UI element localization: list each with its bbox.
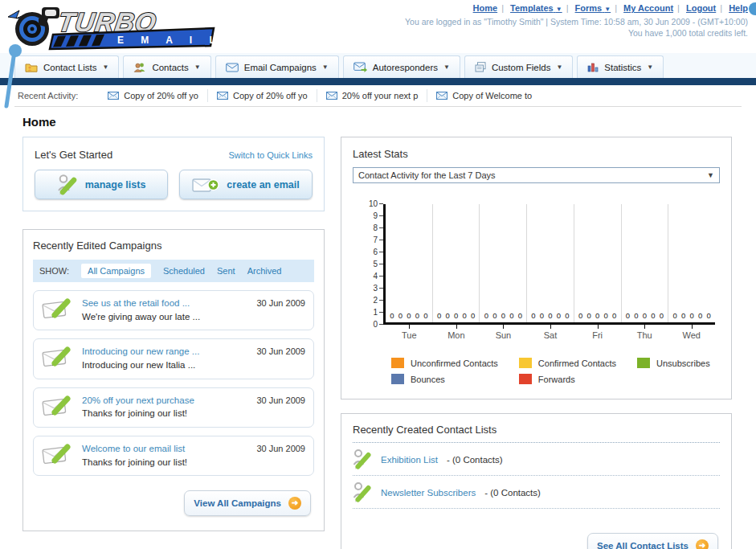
- chart-category-group: 00000: [574, 204, 622, 322]
- get-started-panel: Let's Get Started Switch to Quick Links …: [22, 137, 325, 211]
- legend-swatch: [637, 358, 650, 368]
- app-window: TURBO E M A I L Home| Templates ▼| Forms…: [0, 0, 756, 549]
- campaign-date: 30 Jun 2009: [256, 395, 305, 405]
- contact-list-item[interactable]: Newsletter Subscribers - (0 Contacts): [353, 476, 720, 509]
- page-title: Home: [22, 115, 756, 129]
- link-my-account[interactable]: My Account: [623, 3, 673, 13]
- campaign-subtitle: Introducing our new Italia ...: [82, 358, 248, 372]
- link-templates[interactable]: Templates ▼: [510, 3, 562, 13]
- envelope-icon: [326, 92, 337, 100]
- envelope-edit-icon: [42, 297, 74, 321]
- legend-swatch: [391, 358, 404, 368]
- nav-tab-label: Statistics: [604, 63, 641, 72]
- stats-period-select[interactable]: Contact Activity for the Last 7 Days ▼: [353, 167, 720, 183]
- recent-activity-item[interactable]: Copy of 20% off yo: [208, 89, 317, 102]
- bar-value-labels: 00000: [574, 311, 621, 320]
- nav-tab-label: Autoresponders: [373, 63, 438, 72]
- recent-activity-bar: Recent Activity: Copy of 20% off yo Copy…: [14, 85, 742, 107]
- campaign-item[interactable]: See us at the retail food ... We're givi…: [33, 290, 314, 330]
- campaign-title-link[interactable]: Welcome to our email list: [82, 442, 248, 456]
- separator: |: [501, 3, 504, 13]
- legend-item: Confirmed Contacts: [519, 358, 616, 368]
- arrow-right-icon: ➜: [696, 539, 709, 549]
- credits-info: You have 1,000 total credits left.: [405, 28, 748, 38]
- nav-tab-statistics[interactable]: Statistics ▼: [577, 55, 664, 78]
- nav-tab-label: Email Campaigns: [244, 63, 317, 72]
- recent-activity-item[interactable]: 20% off your next p: [317, 89, 428, 102]
- campaign-title-link[interactable]: Introducing our new range ...: [82, 345, 248, 358]
- nav-tab-custom-fields[interactable]: Custom Fields ▼: [464, 55, 573, 78]
- envelope-edit-icon: [42, 394, 74, 418]
- y-tick-label: 1: [373, 308, 383, 317]
- link-logout[interactable]: Logout: [686, 3, 716, 13]
- show-label: SHOW:: [39, 266, 69, 276]
- chevron-down-icon: ▼: [102, 64, 108, 71]
- contact-list-link[interactable]: Newsletter Subscribers: [381, 488, 476, 498]
- x-tick-label: Thu: [621, 325, 668, 340]
- envelope-edit-icon: [42, 442, 74, 466]
- get-started-title: Let's Get Started: [35, 149, 112, 161]
- recent-activity-item[interactable]: Copy of Welcome to: [427, 89, 541, 102]
- legend-item: Unsubscribes: [637, 358, 710, 368]
- nav-tab-email-campaigns[interactable]: Email Campaigns ▼: [215, 55, 339, 78]
- switch-quick-links[interactable]: Switch to Quick Links: [228, 150, 313, 160]
- arrow-right-icon: ➜: [288, 497, 301, 510]
- contact-list-item[interactable]: Exhibition List - (0 Contacts): [353, 443, 720, 476]
- campaign-subtitle: We're giving away our late ...: [82, 310, 248, 324]
- contact-list-link[interactable]: Exhibition List: [381, 455, 438, 465]
- campaign-item[interactable]: Introducing our new range ... Introducin…: [33, 338, 314, 379]
- y-tick-label: 5: [373, 260, 383, 268]
- pages-icon: [475, 62, 486, 72]
- x-tick-label: Fri: [574, 325, 621, 340]
- create-email-button[interactable]: create an email: [179, 170, 313, 199]
- see-all-contact-lists-button[interactable]: See All Contact Lists ➜: [587, 533, 718, 549]
- person-pencil-icon: [353, 481, 372, 503]
- chevron-down-icon: ▼: [604, 6, 611, 13]
- chart-category-group: 00000: [386, 204, 433, 322]
- folder-user-icon: [25, 62, 38, 72]
- manage-lists-button[interactable]: manage lists: [35, 170, 168, 199]
- campaign-item[interactable]: Welcome to our email list Thanks for joi…: [33, 436, 314, 476]
- envelope-arrow-icon: [353, 62, 367, 72]
- campaign-item[interactable]: 20% off your next purchase Thanks for jo…: [33, 387, 314, 428]
- y-tick-label: 7: [373, 236, 383, 244]
- nav-tab-contacts[interactable]: Contacts ▼: [123, 55, 210, 78]
- recent-activity-item[interactable]: Copy of 20% off yo: [99, 89, 208, 102]
- chevron-down-icon: ▼: [322, 64, 329, 71]
- separator: |: [615, 3, 617, 13]
- tab-all-campaigns[interactable]: All Campaigns: [81, 264, 151, 278]
- campaign-title-link[interactable]: 20% off your next purchase: [82, 394, 248, 408]
- y-tick-label: 2: [373, 296, 383, 305]
- envelope-plus-icon: [192, 176, 219, 194]
- person-pencil-icon: [57, 174, 78, 196]
- legend-swatch: [391, 374, 404, 384]
- x-tick-label: Wed: [668, 325, 715, 340]
- x-tick-label: Sat: [527, 325, 574, 340]
- link-forms[interactable]: Forms ▼: [575, 3, 611, 13]
- link-home[interactable]: Home: [473, 3, 498, 13]
- envelope-icon: [436, 92, 447, 100]
- chart-category-group: 00000: [668, 204, 715, 322]
- bar-value-labels: 00000: [622, 311, 668, 320]
- campaign-date: 30 Jun 2009: [256, 444, 305, 453]
- view-all-campaigns-button[interactable]: View All Campaigns ➜: [184, 490, 311, 516]
- campaign-date: 30 Jun 2009: [256, 346, 305, 356]
- create-email-label: create an email: [227, 179, 299, 191]
- recent-contact-lists-panel: Recently Created Contact Lists Exhibitio…: [341, 413, 732, 549]
- nav-tab-contact-lists[interactable]: Contact Lists ▼: [14, 55, 119, 78]
- corner-dot-decoration: [749, 2, 756, 15]
- x-tick-label: Sun: [480, 325, 527, 340]
- tab-sent[interactable]: Sent: [217, 266, 235, 276]
- x-tick-label: Tue: [386, 325, 433, 340]
- tab-archived[interactable]: Archived: [247, 266, 282, 276]
- contact-activity-chart: 012345678910 000000000000000000000000000…: [362, 204, 715, 325]
- campaigns-filter-bar: SHOW: All Campaigns Scheduled Sent Archi…: [33, 260, 314, 282]
- link-help[interactable]: Help: [729, 3, 748, 13]
- envelope-icon: [226, 63, 239, 72]
- nav-tab-autoresponders[interactable]: Autoresponders ▼: [343, 55, 460, 78]
- main-nav: Contact Lists ▼ Contacts ▼ Email Campaig…: [0, 53, 756, 78]
- campaign-title-link[interactable]: See us at the retail food ...: [82, 297, 248, 310]
- tab-scheduled[interactable]: Scheduled: [163, 266, 205, 276]
- turbo-email-logo: TURBO E M A I L: [6, 2, 222, 54]
- bar-value-labels: 00000: [433, 311, 480, 320]
